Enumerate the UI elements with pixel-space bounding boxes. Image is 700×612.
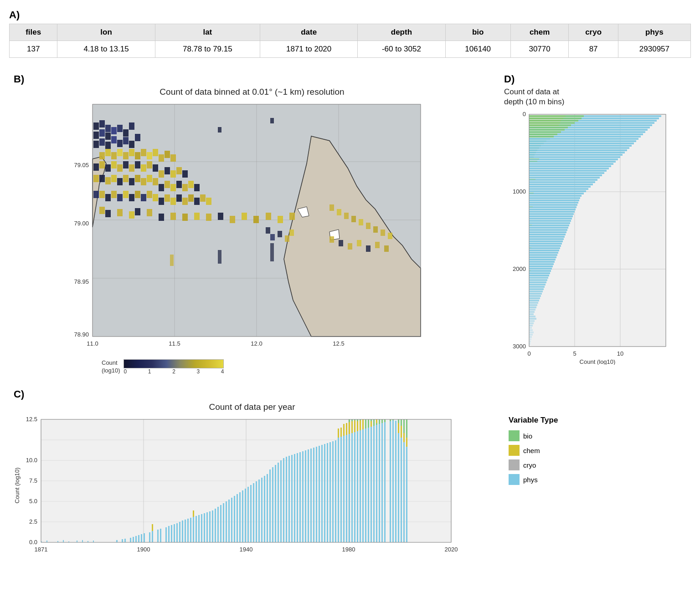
svg-rect-202 [529, 149, 627, 151]
svg-text:79.05: 79.05 [74, 162, 89, 168]
svg-rect-392 [302, 451, 304, 542]
svg-rect-22 [111, 127, 117, 134]
svg-rect-284 [529, 336, 532, 338]
svg-rect-430 [365, 428, 366, 542]
svg-rect-205 [529, 156, 620, 158]
svg-rect-233 [529, 220, 571, 222]
svg-rect-64 [99, 175, 105, 182]
svg-rect-55 [141, 164, 146, 172]
svg-rect-212 [529, 172, 604, 174]
svg-rect-27 [99, 138, 105, 146]
svg-rect-358 [209, 511, 211, 542]
svg-rect-262 [529, 286, 545, 288]
svg-rect-127 [337, 209, 341, 215]
val-files: 137 [10, 41, 57, 58]
svg-rect-268 [529, 300, 539, 301]
svg-rect-85 [117, 194, 123, 201]
svg-rect-410 [343, 424, 345, 436]
svg-rect-449 [390, 419, 391, 421]
svg-rect-332 [135, 536, 137, 542]
svg-rect-223 [529, 197, 580, 199]
svg-rect-226 [529, 204, 577, 206]
svg-rect-16 [93, 122, 99, 130]
svg-rect-139 [366, 245, 371, 252]
svg-rect-18 [105, 125, 111, 132]
svg-rect-266 [529, 295, 541, 297]
svg-rect-258 [529, 277, 548, 279]
svg-rect-180 [529, 120, 578, 122]
svg-rect-38 [123, 152, 129, 159]
svg-rect-216 [529, 181, 595, 183]
svg-rect-458 [401, 419, 402, 426]
svg-text:12.0: 12.0 [251, 340, 262, 347]
svg-rect-236 [529, 227, 568, 229]
svg-rect-431 [365, 419, 366, 428]
svg-rect-264 [529, 291, 543, 292]
svg-rect-365 [228, 500, 230, 542]
svg-rect-289 [529, 161, 537, 162]
svg-rect-414 [349, 422, 350, 434]
svg-rect-130 [359, 219, 363, 225]
svg-rect-198 [529, 140, 636, 142]
svg-text:11.5: 11.5 [169, 340, 180, 347]
svg-rect-45 [165, 151, 170, 158]
svg-rect-331 [133, 537, 134, 542]
svg-rect-240 [529, 236, 565, 238]
svg-rect-345 [176, 523, 178, 542]
svg-rect-34 [99, 152, 105, 159]
svg-rect-278 [529, 322, 534, 324]
panel-d-title: Count of data atdepth (10 m bins) [504, 87, 686, 107]
svg-rect-105 [135, 208, 140, 215]
svg-rect-237 [529, 229, 567, 231]
svg-rect-49 [105, 164, 111, 172]
svg-rect-344 [174, 524, 175, 542]
cryo-label: cryo [523, 461, 536, 469]
svg-rect-437 [373, 426, 375, 542]
svg-rect-51 [117, 164, 123, 172]
svg-rect-453 [398, 433, 399, 542]
svg-rect-408 [340, 428, 342, 437]
svg-rect-423 [357, 421, 358, 431]
svg-rect-203 [529, 152, 625, 153]
svg-rect-417 [351, 421, 353, 433]
svg-rect-129 [351, 216, 356, 222]
chem-swatch [509, 445, 520, 456]
svg-text:2.5: 2.5 [29, 518, 37, 525]
svg-rect-247 [529, 252, 558, 254]
svg-rect-43 [153, 149, 158, 156]
val-lon: 4.18 to 13.15 [57, 41, 155, 58]
svg-rect-138 [357, 240, 361, 246]
svg-rect-42 [147, 152, 152, 159]
svg-rect-59 [165, 167, 170, 174]
bio-swatch [509, 430, 520, 441]
svg-rect-131 [366, 223, 371, 229]
svg-rect-208 [529, 163, 613, 165]
svg-rect-385 [283, 458, 284, 542]
svg-rect-40 [135, 152, 140, 159]
legend-item-cryo: cryo [509, 459, 682, 470]
svg-rect-83 [105, 194, 111, 201]
svg-rect-228 [529, 209, 576, 210]
svg-rect-257 [529, 275, 549, 276]
svg-rect-413 [349, 434, 350, 542]
svg-rect-222 [529, 195, 582, 197]
svg-rect-17 [99, 120, 105, 128]
svg-rect-23 [117, 125, 123, 132]
svg-rect-419 [354, 432, 355, 542]
legend-count-label: Count(log10) [102, 359, 120, 375]
svg-rect-363 [223, 503, 224, 542]
col-lon: lon [57, 24, 155, 41]
svg-rect-25 [129, 122, 134, 130]
svg-rect-326 [93, 541, 94, 542]
svg-rect-94 [170, 198, 176, 205]
svg-rect-339 [157, 530, 159, 542]
svg-rect-376 [258, 479, 260, 542]
svg-text:0: 0 [527, 350, 530, 357]
svg-rect-243 [529, 243, 562, 245]
svg-rect-133 [381, 230, 385, 236]
val-date: 1871 to 2020 [260, 41, 357, 58]
svg-rect-265 [529, 293, 542, 295]
svg-rect-377 [261, 478, 262, 542]
svg-rect-450 [392, 420, 394, 542]
svg-rect-108 [170, 213, 176, 220]
